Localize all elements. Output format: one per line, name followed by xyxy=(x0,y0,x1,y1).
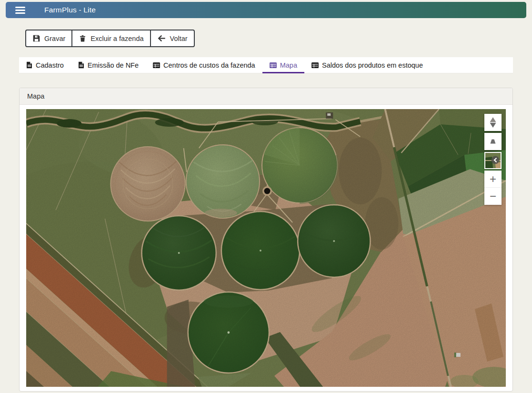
map-panel: Mapa xyxy=(19,88,513,392)
tab-saldos-estoque[interactable]: Saldos dos produtos em estoque xyxy=(304,57,430,73)
table-icon xyxy=(270,62,277,68)
tab-bar: Cadastro Emissão de NFe Centros de custo… xyxy=(19,57,513,73)
tab-label: Centros de custos da fazenda xyxy=(163,61,255,69)
zoom-in-button[interactable]: + xyxy=(484,171,502,188)
tab-label: Mapa xyxy=(280,61,297,69)
tilt-button[interactable] xyxy=(484,133,502,150)
tilt-icon xyxy=(484,133,502,150)
tab-cadastro[interactable]: Cadastro xyxy=(19,57,71,73)
back-button-label: Voltar xyxy=(170,35,188,42)
layers-thumbnail xyxy=(485,153,501,168)
arrow-left-icon xyxy=(157,34,166,42)
tab-centros-custos[interactable]: Centros de custos da fazenda xyxy=(146,57,262,73)
app-title: FarmPlus - Lite xyxy=(44,6,96,14)
tab-label: Cadastro xyxy=(36,61,64,69)
save-button-label: Gravar xyxy=(44,35,65,42)
menu-button[interactable] xyxy=(13,3,27,17)
toolbar: Gravar Excluir a fazenda Voltar xyxy=(25,30,195,47)
tab-emissao-nfe[interactable]: Emissão de NFe xyxy=(71,57,146,73)
satellite-imagery xyxy=(26,109,506,387)
table-icon xyxy=(153,62,160,68)
document-icon xyxy=(26,61,32,69)
panel-title: Mapa xyxy=(20,88,512,105)
zoom-controls: + − xyxy=(484,171,502,205)
compass-button[interactable] xyxy=(484,114,502,131)
zoom-out-button[interactable]: − xyxy=(484,188,502,205)
tab-label: Emissão de NFe xyxy=(88,61,139,69)
hamburger-icon xyxy=(15,7,25,14)
app-header: FarmPlus - Lite xyxy=(6,2,526,18)
save-icon xyxy=(32,34,40,42)
save-button[interactable]: Gravar xyxy=(25,30,72,47)
back-button[interactable]: Voltar xyxy=(150,30,195,47)
tab-label: Saldos dos produtos em estoque xyxy=(322,61,423,69)
table-icon xyxy=(311,62,319,68)
delete-farm-button[interactable]: Excluir a fazenda xyxy=(71,30,151,47)
delete-farm-button-label: Excluir a fazenda xyxy=(90,35,143,42)
compass-icon xyxy=(484,114,502,131)
tab-mapa[interactable]: Mapa xyxy=(262,57,304,73)
map-canvas[interactable]: + − xyxy=(26,109,506,387)
document-icon xyxy=(78,61,84,69)
trash-icon xyxy=(79,34,87,42)
layers-button[interactable] xyxy=(484,152,502,169)
